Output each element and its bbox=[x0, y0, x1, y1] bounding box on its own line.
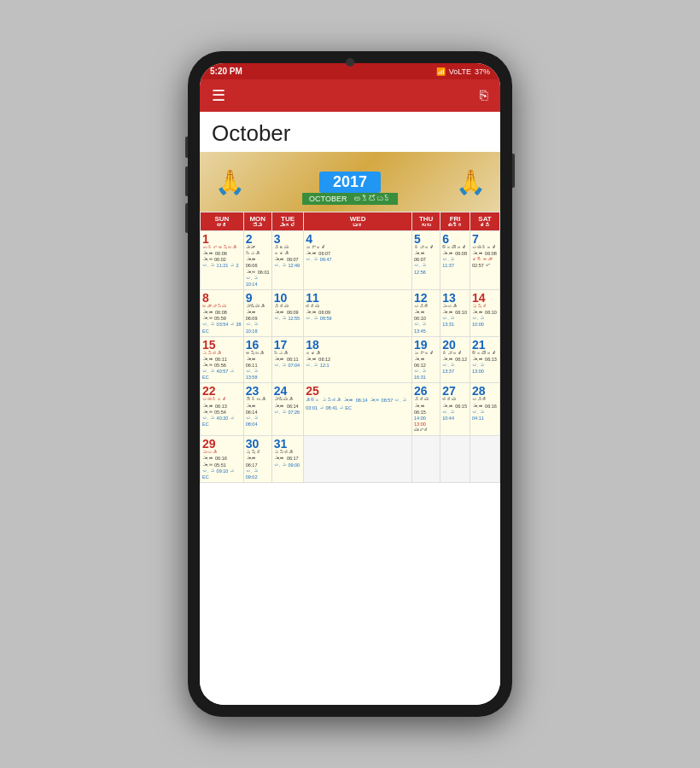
list-item[interactable]: 18 దశమి సూ.ఉ 06:12 చ. ప 12:1 bbox=[304, 336, 412, 383]
header-sat: SAT శని bbox=[470, 212, 500, 231]
list-item[interactable]: 13 పంచమి సూ.ఉ 06:10 చ. ప 13:31 bbox=[440, 289, 470, 336]
list-item[interactable]: 30 షష్ఠి సూ.ఉ 06:17 చ. ప 09:02 bbox=[243, 436, 271, 483]
phone-screen: 5:20 PM 📶 VoLTE 37% ☰ ⎘ October 🙏 2017 O… bbox=[200, 63, 500, 705]
month-badge: OCTOBER అక్టోబర్ bbox=[302, 193, 398, 205]
year-badge: 2017 bbox=[319, 172, 381, 193]
list-item[interactable]: 10 విదియ సూ.ఉ 06:09 చ. ప 12:55 bbox=[271, 289, 303, 336]
list-item-empty bbox=[412, 436, 440, 483]
header-wed: WED బుధ bbox=[304, 212, 412, 231]
silent-button bbox=[185, 203, 188, 233]
power-button bbox=[512, 154, 515, 188]
list-item[interactable]: 12 చవితి సూ.ఉ 06:10 చ. ప 13:45 bbox=[412, 289, 440, 336]
list-item[interactable]: 15 సప్తమి సూ.ఉ 06:11 సూ.అ 05:56 చ. ప 40:… bbox=[201, 336, 244, 383]
list-item[interactable]: 2 మహా నవమి సూ.ఉ 06:06 సూ.అ 06:01 చ. ప 10… bbox=[243, 231, 271, 290]
list-item[interactable]: 17 నవమి సూ.ఉ 06:11 చ. ప 07:04 bbox=[271, 336, 303, 383]
list-item[interactable]: 3 విజయ దశమి సూ.ఉ 06:07 చ. ప 12:49 bbox=[271, 231, 303, 290]
app-bar: ☰ ⎘ bbox=[200, 79, 500, 112]
table-row: 22 చతుర్దశి సూ.ఉ 06:13 సూ.అ 05:54 చ. ప 4… bbox=[201, 383, 500, 436]
volume-up-button bbox=[185, 137, 188, 158]
table-row: 8 అమావాస్య సూ.ఉ 06:08 సూ.అ 05:59 చ. ప 03… bbox=[201, 289, 500, 336]
list-item[interactable]: 27 తదియ సూ.ఉ 06:15 చ. ప 10:44 bbox=[440, 383, 470, 436]
table-row: 29 పంచమి సూ.ఉ 06:16 సూ.అ 05:51 చ. ప 09:1… bbox=[201, 436, 500, 483]
list-item[interactable]: 8 అమావాస్య సూ.ఉ 06:08 సూ.అ 05:59 చ. ప 03… bbox=[201, 289, 244, 336]
list-item[interactable]: 31 సప్తమి సూ.ఉ 06:17 చ. ప 09:00 bbox=[271, 436, 303, 483]
list-item[interactable]: 14 షష్ఠి సూ.ఉ 06:10 చ. ప 10:00 bbox=[470, 289, 500, 336]
list-item[interactable]: 6 త్రయోదశి సూ.ఉ 06:08 చ. ప 11:37 bbox=[440, 231, 470, 290]
status-icons: 📶 VoLTE 37% bbox=[436, 67, 490, 76]
month-title: October bbox=[200, 112, 500, 152]
volte-label: VoLTE bbox=[449, 67, 471, 76]
list-item[interactable]: 26 విదియ సూ.ఉ 06:15 14:00 13:00 యుగాది bbox=[412, 383, 440, 436]
status-time: 5:20 PM bbox=[210, 67, 242, 76]
header-tue: TUE మంగళ bbox=[271, 212, 303, 231]
list-item[interactable]: 23 పౌర్ణమి సూ.ఉ 06:14 చ. ప 08:04 bbox=[243, 383, 271, 436]
list-item[interactable]: 9 పాడ్యమి సూ.ఉ 06:09 చ. ప 10:18 bbox=[243, 289, 271, 336]
list-item[interactable]: 16 అష్టమి సూ.ఉ 06:11 చ. ప 13:58 bbox=[243, 336, 271, 383]
deity-left-image: 🙏 bbox=[208, 156, 251, 207]
phone-camera bbox=[346, 58, 354, 67]
list-item[interactable]: 1 దుర్గా అష్టమి సూ.ఉ 06:06 సూ.అ 06:02 చ.… bbox=[201, 231, 244, 290]
header-mon: MON సోమ bbox=[243, 212, 271, 231]
list-item[interactable]: 4 ఏకాదశి సూ.ఉ 06:07 చ. ప 06:47 bbox=[304, 231, 412, 290]
hamburger-menu[interactable]: ☰ bbox=[212, 86, 225, 105]
battery-label: 37% bbox=[475, 67, 490, 76]
list-item-special[interactable]: 25 మిత్ర సప్తమి సూ.ఉ 06:14 సూ.అ 08:57 చ.… bbox=[304, 383, 412, 436]
list-item-empty bbox=[470, 436, 500, 483]
table-row: 1 దుర్గా అష్టమి సూ.ఉ 06:06 సూ.అ 06:02 చ.… bbox=[201, 231, 500, 290]
list-item[interactable]: 21 త్రయోదశి సూ.ఉ 06:13 చ. ప 13:00 bbox=[470, 336, 500, 383]
calendar-header-row: SUN ఆది MON సోమ TUE మంగళ WED bbox=[201, 212, 500, 231]
calendar-header-image: 🙏 2017 OCTOBER అక్టోబర్ 🙏 bbox=[200, 152, 500, 212]
share-button[interactable]: ⎘ bbox=[480, 88, 488, 103]
list-item[interactable]: 22 చతుర్దశి సూ.ఉ 06:13 సూ.అ 05:54 చ. ప 4… bbox=[201, 383, 244, 436]
list-item-empty bbox=[304, 436, 412, 483]
signal-icon: 📶 bbox=[436, 67, 446, 76]
header-thu: THU గురు bbox=[412, 212, 440, 231]
list-item-empty bbox=[440, 436, 470, 483]
list-item[interactable]: 20 ద్వాదశి సూ.ఉ 06:12 చ. ప 13:37 bbox=[440, 336, 470, 383]
phone-device: 5:20 PM 📶 VoLTE 37% ☰ ⎘ October 🙏 2017 O… bbox=[188, 51, 512, 717]
list-item[interactable]: 24 పాడ్యమి సూ.ఉ 06:14 చ. ప 07:26 bbox=[271, 383, 303, 436]
list-item[interactable]: 5 ద్వాదశి సూ.ఉ 06:07 చ. ప 12:56 bbox=[412, 231, 440, 290]
content-area[interactable]: October 🙏 2017 OCTOBER అక్టోబర్ 🙏 bbox=[200, 112, 500, 705]
header-sun: SUN ఆది bbox=[201, 212, 244, 231]
list-item[interactable]: 7 చతుర్దశి సూ.ఉ 06:08 శని అమా 02:57 రా bbox=[470, 231, 500, 290]
calendar-grid: SUN ఆది MON సోమ TUE మంగళ WED bbox=[200, 212, 500, 483]
header-fri: FRI శుక్ర bbox=[440, 212, 470, 231]
list-item[interactable]: 11 తదియ సూ.ఉ 06:09 చ. ప 08:59 bbox=[304, 289, 412, 336]
list-item[interactable]: 19 ఏకాదశి సూ.ఉ 06:12 చ. ప 16:31 bbox=[412, 336, 440, 383]
table-row: 15 సప్తమి సూ.ఉ 06:11 సూ.అ 05:56 చ. ప 40:… bbox=[201, 336, 500, 383]
list-item[interactable]: 29 పంచమి సూ.ఉ 06:16 సూ.అ 05:51 చ. ప 09:1… bbox=[201, 436, 244, 483]
volume-down-button bbox=[185, 166, 188, 196]
deity-right-image: 🙏 bbox=[449, 156, 492, 207]
list-item[interactable]: 28 చవితి సూ.ఉ 06:16 చ. ప 04:11 bbox=[470, 383, 500, 436]
